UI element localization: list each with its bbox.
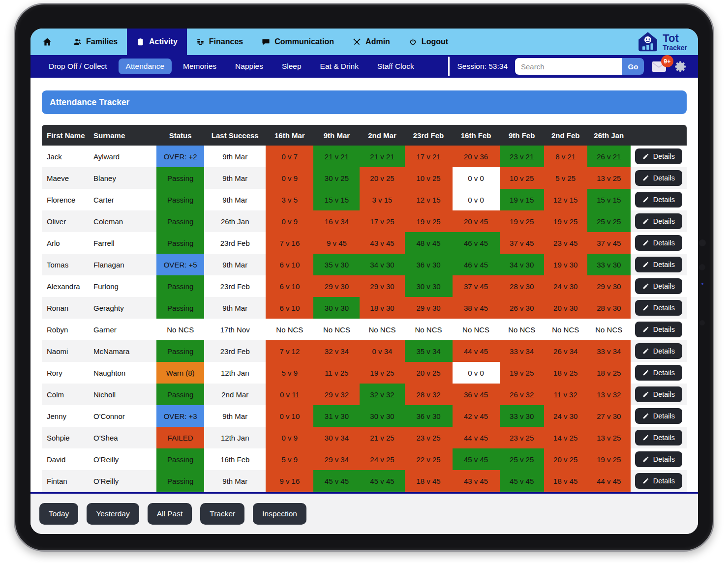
cell-first-name: Fintan — [42, 470, 89, 492]
top-nav-item-logout[interactable]: Logout — [399, 29, 457, 55]
top-nav-item-activity[interactable]: Activity — [127, 29, 187, 55]
status-badge: Passing — [156, 297, 204, 319]
attendance-cell-2nd-mar: 20 v 25 — [360, 167, 404, 189]
cell-first-name: Sohpie — [42, 427, 89, 448]
details-button[interactable]: Details — [635, 300, 682, 316]
pencil-icon — [642, 348, 649, 355]
sub-nav-item-memories[interactable]: Memories — [176, 59, 224, 74]
status-badge: Passing — [156, 470, 204, 492]
attendance-cell-9th-mar: No NCS — [313, 319, 360, 340]
attendance-cell-2nd-feb: No NCS — [544, 319, 587, 340]
cell-last-success: 2nd Mar — [204, 384, 266, 405]
logo-line2: Tracker — [663, 44, 687, 51]
attendance-cell-16th-feb: 37 v 45 — [453, 275, 500, 297]
top-nav-item-finances[interactable]: Finances — [187, 29, 252, 55]
cell-last-success: 17th Nov — [204, 319, 266, 340]
attendance-cell-16th-mar: 0 v 11 — [266, 384, 313, 405]
details-button-label: Details — [653, 239, 675, 247]
attendance-cell-23rd-feb: 35 v 34 — [405, 340, 453, 362]
details-button-label: Details — [653, 434, 675, 442]
details-button[interactable]: Details — [635, 408, 682, 424]
attendance-cell-23rd-feb: 10 v 25 — [405, 167, 453, 189]
sub-nav-item-drop-off-collect[interactable]: Drop Off / Collect — [41, 59, 115, 74]
details-cell: Details — [631, 275, 687, 297]
attendance-table: First NameSurnameStatusLast Success16th … — [42, 125, 687, 492]
attendance-cell-16th-feb: 0 v 0 — [453, 189, 500, 210]
details-button-label: Details — [653, 412, 675, 420]
sub-nav-item-eat-drink[interactable]: Eat & Drink — [313, 59, 366, 74]
families-icon — [73, 38, 82, 46]
pencil-icon — [642, 218, 649, 225]
sub-nav-item-sleep[interactable]: Sleep — [274, 59, 309, 74]
attendance-cell-16th-feb: 38 v 45 — [453, 297, 500, 319]
attendance-cell-9th-mar: 31 v 30 — [313, 405, 360, 427]
details-button[interactable]: Details — [635, 257, 682, 272]
cell-surname: Garner — [89, 319, 156, 340]
column-header-9th-feb: 9th Feb — [500, 125, 544, 146]
attendance-cell-9th-feb: 10 v 25 — [500, 167, 544, 189]
settings-button[interactable] — [674, 60, 687, 73]
attendance-cell-16th-feb: 42 v 45 — [453, 405, 500, 427]
cell-last-success: 9th Mar — [204, 297, 266, 319]
footer-button-today[interactable]: Today — [39, 503, 78, 525]
attendance-cell-2nd-feb: 23 v 45 — [544, 232, 587, 254]
top-nav-item-home[interactable] — [30, 29, 64, 55]
details-button[interactable]: Details — [635, 343, 682, 359]
search-go-button[interactable]: Go — [622, 58, 644, 75]
footer-button-yesterday[interactable]: Yesterday — [87, 503, 139, 525]
cell-surname: O'Connor — [89, 405, 156, 427]
footer-button-all-past[interactable]: All Past — [148, 503, 192, 525]
details-button[interactable]: Details — [635, 192, 682, 207]
details-button[interactable]: Details — [635, 322, 682, 337]
top-nav-item-communication[interactable]: Communication — [252, 29, 343, 55]
details-button[interactable]: Details — [635, 278, 682, 294]
column-header-status: Status — [156, 125, 204, 146]
attendance-cell-26th-jan: No NCS — [587, 319, 631, 340]
attendance-cell-9th-mar: 29 v 30 — [313, 275, 360, 297]
details-button[interactable]: Details — [635, 473, 682, 489]
column-header-9th-mar: 9th Mar — [313, 125, 360, 146]
column-header-23rd-feb: 23rd Feb — [405, 125, 453, 146]
attendance-cell-16th-mar: 0 v 10 — [266, 405, 313, 427]
footer-button-tracker[interactable]: Tracker — [200, 503, 244, 525]
column-header-surname: Surname — [89, 125, 156, 146]
details-button[interactable]: Details — [635, 365, 682, 381]
table-row-david-o-reilly: DavidO'ReillyPassing16th Feb5 v 929 v 34… — [42, 448, 687, 470]
attendance-cell-2nd-mar: 19 v 25 — [360, 362, 404, 384]
details-button-label: Details — [653, 455, 675, 463]
table-row-naomi-mcnamara: NaomiMcNamaraPassing23rd Feb7 v 1232 v 3… — [42, 340, 687, 362]
details-button[interactable]: Details — [635, 235, 682, 251]
top-nav-item-admin[interactable]: Admin — [343, 29, 399, 55]
search-input[interactable] — [515, 58, 622, 75]
attendance-cell-26th-jan: 26 v 21 — [587, 146, 631, 167]
attendance-cell-16th-feb: 20 v 45 — [453, 210, 500, 232]
details-button[interactable]: Details — [635, 386, 682, 402]
page-background: FamiliesActivityFinancesCommunicationAdm… — [0, 0, 728, 563]
details-button-label: Details — [653, 326, 675, 333]
details-button[interactable]: Details — [635, 451, 682, 467]
sub-nav-item-nappies[interactable]: Nappies — [228, 59, 271, 74]
details-button[interactable]: Details — [635, 170, 682, 186]
details-button[interactable]: Details — [635, 213, 682, 229]
attendance-cell-9th-feb: 19 v 25 — [500, 210, 544, 232]
details-button[interactable]: Details — [635, 430, 682, 445]
sub-nav-item-staff-clock[interactable]: Staff Clock — [370, 59, 422, 74]
sub-nav: Drop Off / CollectAttendanceMemoriesNapp… — [30, 55, 698, 78]
top-nav-label-activity: Activity — [149, 37, 178, 46]
top-nav-item-families[interactable]: Families — [64, 29, 127, 55]
messages-button[interactable]: 9+ — [651, 60, 667, 72]
attendance-cell-2nd-mar: No NCS — [360, 319, 404, 340]
details-button[interactable]: Details — [635, 148, 682, 164]
attendance-cell-9th-mar: 30 v 34 — [313, 427, 360, 448]
sub-nav-item-attendance[interactable]: Attendance — [119, 59, 172, 74]
attendance-cell-2nd-feb: 14 v 25 — [544, 427, 587, 448]
logout-icon — [409, 38, 417, 46]
table-row-fintan-o-reilly: FintanO'ReillyPassing9th Mar9 v 1645 v 4… — [42, 470, 687, 492]
details-cell: Details — [631, 319, 687, 340]
footer-button-inspection[interactable]: Inspection — [253, 503, 306, 525]
attendance-cell-9th-mar: 30 v 30 — [313, 297, 360, 319]
attendance-cell-26th-jan: 33 v 30 — [587, 254, 631, 275]
attendance-cell-23rd-feb: 28 v 32 — [405, 384, 453, 405]
cell-surname: Flanagan — [89, 254, 156, 275]
table-row-jack-aylward: JackAylwardOVER: +29th Mar0 v 721 v 2121… — [42, 146, 687, 167]
